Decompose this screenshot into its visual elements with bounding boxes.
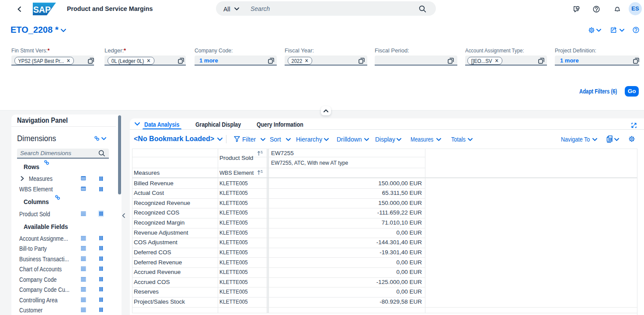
svg-text:SAP: SAP [33, 4, 51, 14]
